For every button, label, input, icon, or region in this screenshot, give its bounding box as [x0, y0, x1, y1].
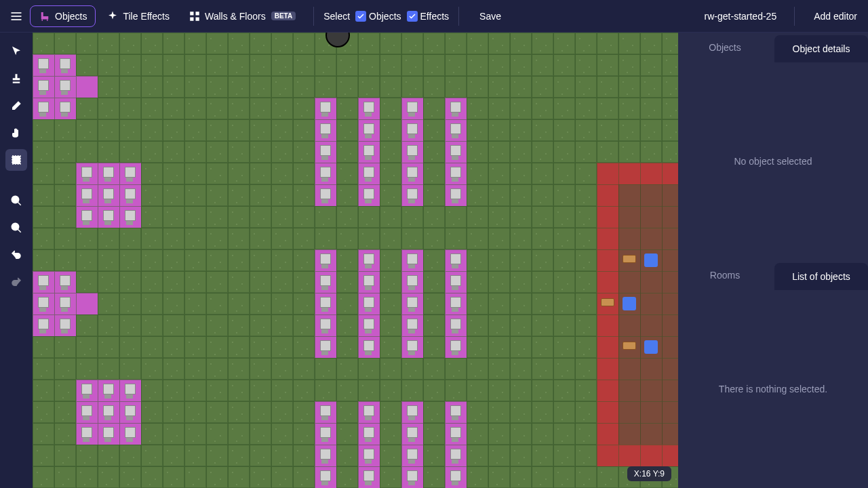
grass-tile[interactable]: [336, 206, 358, 228]
chair-object[interactable]: [98, 401, 119, 423]
stage-edge[interactable]: [597, 336, 618, 358]
grass-tile[interactable]: [119, 119, 141, 141]
grass-tile[interactable]: [423, 401, 445, 423]
grass-tile[interactable]: [206, 228, 228, 249]
grass-tile[interactable]: [119, 358, 141, 380]
stage-floor[interactable]: [640, 293, 662, 314]
grass-tile[interactable]: [640, 33, 662, 54]
grass-tile[interactable]: [358, 76, 380, 98]
save-button[interactable]: Save: [469, 7, 508, 26]
grass-tile[interactable]: [250, 98, 271, 119]
grass-tile[interactable]: [553, 293, 575, 314]
chair-object[interactable]: [119, 206, 141, 228]
chair-object[interactable]: [119, 184, 141, 206]
grass-tile[interactable]: [98, 293, 119, 314]
grass-tile[interactable]: [206, 119, 228, 141]
grass-tile[interactable]: [54, 163, 76, 184]
chair-object[interactable]: [401, 401, 423, 423]
grass-tile[interactable]: [33, 423, 54, 445]
grass-tile[interactable]: [553, 466, 575, 488]
stage-floor[interactable]: [618, 380, 640, 401]
grass-tile[interactable]: [423, 33, 445, 54]
grass-tile[interactable]: [510, 445, 532, 466]
stage-floor[interactable]: [640, 206, 662, 228]
grass-tile[interactable]: [206, 466, 228, 488]
chair-object[interactable]: [401, 271, 423, 293]
add-editor-button[interactable]: Add editor: [804, 7, 863, 26]
chair-object[interactable]: [315, 466, 336, 488]
grass-tile[interactable]: [184, 314, 206, 336]
grass-tile[interactable]: [141, 401, 163, 423]
grass-tile[interactable]: [553, 76, 575, 98]
grass-tile[interactable]: [488, 401, 510, 423]
grass-tile[interactable]: [184, 445, 206, 466]
grass-tile[interactable]: [467, 358, 488, 380]
tab-object-details[interactable]: Object details: [774, 35, 868, 62]
grass-tile[interactable]: [553, 445, 575, 466]
grass-tile[interactable]: [206, 98, 228, 119]
stage-floor[interactable]: [662, 293, 678, 314]
grass-tile[interactable]: [206, 314, 228, 336]
grass-tile[interactable]: [553, 380, 575, 401]
grass-tile[interactable]: [119, 466, 141, 488]
grass-tile[interactable]: [250, 401, 271, 423]
grass-tile[interactable]: [467, 163, 488, 184]
grass-tile[interactable]: [228, 423, 250, 445]
grass-tile[interactable]: [184, 163, 206, 184]
stage-floor[interactable]: [662, 401, 678, 423]
grass-tile[interactable]: [336, 184, 358, 206]
grass-tile[interactable]: [532, 119, 553, 141]
chair-object[interactable]: [315, 163, 336, 184]
grass-tile[interactable]: [184, 249, 206, 271]
grass-tile[interactable]: [575, 184, 597, 206]
grass-tile[interactable]: [228, 228, 250, 249]
grass-tile[interactable]: [423, 54, 445, 76]
grass-tile[interactable]: [293, 380, 315, 401]
stage-edge[interactable]: [662, 445, 678, 466]
grass-tile[interactable]: [532, 423, 553, 445]
stage-edge[interactable]: [597, 271, 618, 293]
grass-tile[interactable]: [33, 141, 54, 163]
grass-tile[interactable]: [467, 249, 488, 271]
grass-tile[interactable]: [76, 466, 98, 488]
chair-object[interactable]: [358, 401, 380, 423]
grass-tile[interactable]: [488, 336, 510, 358]
tab-rooms[interactable]: Rooms: [678, 260, 772, 290]
grass-tile[interactable]: [553, 206, 575, 228]
grass-tile[interactable]: [228, 98, 250, 119]
drum-object[interactable]: [618, 336, 640, 358]
grass-tile[interactable]: [184, 293, 206, 314]
grass-tile[interactable]: [423, 380, 445, 401]
grass-tile[interactable]: [141, 423, 163, 445]
chair-object[interactable]: [76, 423, 98, 445]
grass-tile[interactable]: [575, 98, 597, 119]
grass-tile[interactable]: [250, 54, 271, 76]
grass-tile[interactable]: [423, 336, 445, 358]
grass-tile[interactable]: [423, 184, 445, 206]
chair-object[interactable]: [401, 336, 423, 358]
chair-object[interactable]: [401, 314, 423, 336]
chair-object[interactable]: [33, 293, 54, 314]
grass-tile[interactable]: [271, 423, 293, 445]
grass-tile[interactable]: [662, 119, 678, 141]
chair-object[interactable]: [445, 466, 467, 488]
chair-object[interactable]: [445, 163, 467, 184]
chair-object[interactable]: [445, 293, 467, 314]
grass-tile[interactable]: [271, 271, 293, 293]
grass-tile[interactable]: [662, 141, 678, 163]
grass-tile[interactable]: [401, 206, 423, 228]
tab-list-objects[interactable]: List of objects: [774, 263, 868, 290]
chair-object[interactable]: [358, 119, 380, 141]
grass-tile[interactable]: [445, 76, 467, 98]
grass-tile[interactable]: [33, 380, 54, 401]
grass-tile[interactable]: [423, 358, 445, 380]
grass-tile[interactable]: [315, 228, 336, 249]
chair-object[interactable]: [76, 380, 98, 401]
grass-tile[interactable]: [380, 228, 401, 249]
grass-tile[interactable]: [467, 445, 488, 466]
grass-tile[interactable]: [532, 54, 553, 76]
speaker-object[interactable]: [618, 293, 640, 314]
grass-tile[interactable]: [250, 76, 271, 98]
grass-tile[interactable]: [553, 141, 575, 163]
grass-tile[interactable]: [488, 228, 510, 249]
